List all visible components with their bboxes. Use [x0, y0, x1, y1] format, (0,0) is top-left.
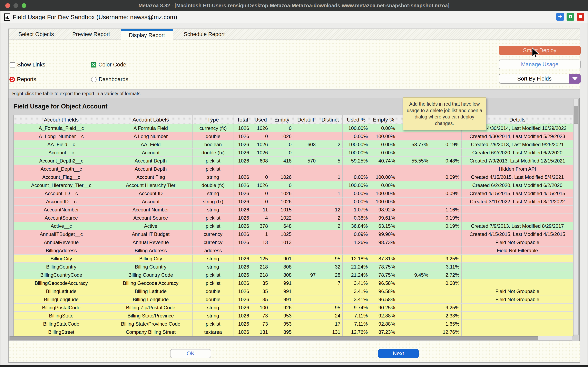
next-button[interactable]: Next — [378, 349, 419, 358]
sort-by-fields-value: Sort By Fields — [499, 76, 580, 82]
table-row[interactable]: Account_Depth2__cAccount Depthpicklist10… — [14, 157, 573, 165]
manage-usage-button[interactable]: Manage Usage — [499, 59, 581, 69]
horizontal-scrollbar-thumb[interactable] — [10, 336, 538, 340]
table-cell: 1026 — [251, 124, 270, 132]
table-cell: Created 7/9/2013, Last Modified 8/29/201… — [462, 222, 573, 230]
table-cell: string — [192, 206, 234, 214]
table-row[interactable]: AccountID__cAccountstring (fx)1026010260… — [14, 198, 573, 206]
table-cell — [397, 165, 430, 173]
table-row[interactable]: Account__cAccountdouble (fx)102610260100… — [14, 149, 573, 157]
table-row[interactable]: BillingLongitudeBilling Longitudedouble1… — [14, 295, 573, 304]
table-row[interactable]: Account_Depth__cAccount DepthpicklistHid… — [14, 165, 573, 173]
table-cell: string — [192, 304, 234, 312]
screen-bottom-edge — [0, 365, 588, 367]
table-cell: 73 — [251, 312, 270, 320]
table-cell: picklist — [192, 157, 234, 165]
table-row[interactable]: BillingPostalCodeBilling Zip/Postal Code… — [14, 304, 573, 312]
vertical-scrollbar[interactable] — [573, 99, 579, 335]
table-cell: 0 — [270, 149, 294, 157]
table-cell — [397, 132, 430, 141]
table-row[interactable]: AccountNumberAccount Numberstring1026111… — [14, 206, 573, 214]
color-code-checkbox[interactable] — [91, 62, 96, 67]
table-row[interactable]: AnnualRevenueAnnual Revenuecurrency10261… — [14, 238, 573, 247]
mdi-close-icon[interactable] — [577, 13, 584, 21]
table-row[interactable]: Account_Hierarchy_Tier__cAccount Hierarc… — [14, 181, 573, 189]
ok-button[interactable]: OK — [170, 349, 211, 358]
table-row[interactable]: BillingStreetCompany Billing Streettexta… — [14, 328, 573, 336]
column-header-1: Account Labels — [109, 115, 192, 124]
reports-radio[interactable] — [9, 77, 15, 82]
table-row[interactable]: Account_Flag__cAccount Flagstring1026010… — [14, 173, 573, 181]
table-row[interactable]: BillingCityBilling Citystring10261259019… — [14, 255, 573, 263]
sort-by-fields-dropdown[interactable]: Sort By Fields — [499, 74, 581, 83]
chevron-down-icon[interactable] — [569, 74, 581, 83]
table-cell — [397, 189, 430, 198]
table-row[interactable]: BillingStateCodeBilling State/Province C… — [14, 320, 573, 328]
table-row[interactable]: BillingGeocodeAccuracyBilling Geocode Ac… — [14, 279, 573, 287]
dashboards-radio[interactable] — [91, 77, 96, 82]
table-row[interactable]: AA_Field__cAA_Fieldboolean10261026060321… — [14, 141, 573, 149]
table-cell — [318, 124, 343, 132]
tab-preview-report[interactable]: Preview Report — [65, 29, 118, 40]
report-table-panel[interactable]: Field Usage for Object Account Account F… — [9, 98, 580, 341]
minimize-window-icon[interactable] — [13, 3, 18, 8]
column-header-6: Default — [294, 115, 318, 124]
table-row[interactable]: AccountSourceAccount Sourcepicklist10264… — [14, 214, 573, 222]
table-cell — [397, 214, 430, 222]
table-cell: A_Long_Number__c — [14, 132, 109, 141]
table-cell — [270, 165, 294, 173]
table-cell: 0 — [270, 181, 294, 189]
table-cell: 1026 — [251, 181, 270, 189]
tab-display-report[interactable]: Display Report — [121, 29, 173, 40]
table-cell: string — [192, 255, 234, 263]
table-cell — [397, 206, 430, 214]
table-cell: 73 — [251, 320, 270, 328]
table-row[interactable]: BillingStateBilling State/Provincestring… — [14, 312, 573, 320]
field-usage-table[interactable]: Account FieldsAccount LabelsTypeTotalUse… — [13, 115, 573, 336]
table-cell: 1.65% — [430, 320, 462, 328]
show-links-checkbox[interactable] — [10, 62, 15, 67]
table-cell — [294, 149, 318, 157]
mdi-restore-icon[interactable] — [567, 13, 574, 21]
table-row[interactable]: BillingCountryBilling Countrystring10262… — [14, 263, 573, 271]
table-cell: Created 7/9/2013, Last Modified 9/25/202… — [462, 141, 573, 149]
table-row[interactable]: Active__cActivepicklist1026378648236.84%… — [14, 222, 573, 230]
table-cell: 2.33% — [430, 312, 462, 320]
main-panel: Select ObjectsPreview ReportDisplay Repo… — [8, 29, 580, 363]
vertical-scrollbar-thumb[interactable] — [574, 106, 578, 124]
table-cell: BillingCountry — [14, 263, 109, 271]
table-row[interactable]: A_Formula_Field__cA Formula Fieldcurrenc… — [14, 124, 573, 132]
close-window-icon[interactable] — [5, 3, 10, 8]
table-row[interactable]: BillingCountryCodeBilling Country Codepi… — [14, 271, 573, 279]
table-cell: 1.26% — [343, 238, 370, 247]
table-cell: double — [192, 287, 234, 295]
table-cell: 0.00% — [370, 149, 397, 157]
table-row[interactable]: Account_ID__cAccount IDstring10260102610… — [14, 189, 573, 198]
table-cell: 17 — [318, 320, 343, 328]
table-cell — [294, 247, 318, 255]
table-row[interactable]: BillingLatitudeBilling Latitudedouble102… — [14, 287, 573, 295]
table-cell — [397, 222, 430, 230]
table-cell — [430, 247, 462, 255]
table-cell: Billing Geocode Accuracy — [109, 279, 192, 287]
table-cell: 5 — [318, 157, 343, 165]
table-row[interactable]: BillingAddressBilling AddressaddressFiel… — [14, 247, 573, 255]
table-cell: 1026 — [234, 238, 251, 247]
table-cell: 1026 — [234, 173, 251, 181]
table-cell: 1026 — [234, 181, 251, 189]
tab-select-objects[interactable]: Select Objects — [11, 29, 62, 40]
table-cell — [270, 247, 294, 255]
table-cell: 418 — [270, 157, 294, 165]
table-cell: 3.41% — [343, 287, 370, 295]
table-cell: 1013 — [270, 238, 294, 247]
table-row[interactable]: A_Long_Number__cA Long Numberdouble10260… — [14, 132, 573, 141]
table-cell: Billing Country — [109, 263, 192, 271]
table-row[interactable]: AnnualITBudget__cAnnual IT Budgetcurrenc… — [14, 230, 573, 238]
table-cell: 1026 — [234, 320, 251, 328]
table-cell — [294, 263, 318, 271]
horizontal-scrollbar[interactable] — [9, 336, 572, 341]
tab-schedule-report[interactable]: Schedule Report — [176, 29, 233, 40]
zoom-window-icon[interactable] — [22, 3, 26, 8]
column-header-5: Empty — [270, 115, 294, 124]
mdi-maximize-icon[interactable]: + — [556, 13, 564, 21]
